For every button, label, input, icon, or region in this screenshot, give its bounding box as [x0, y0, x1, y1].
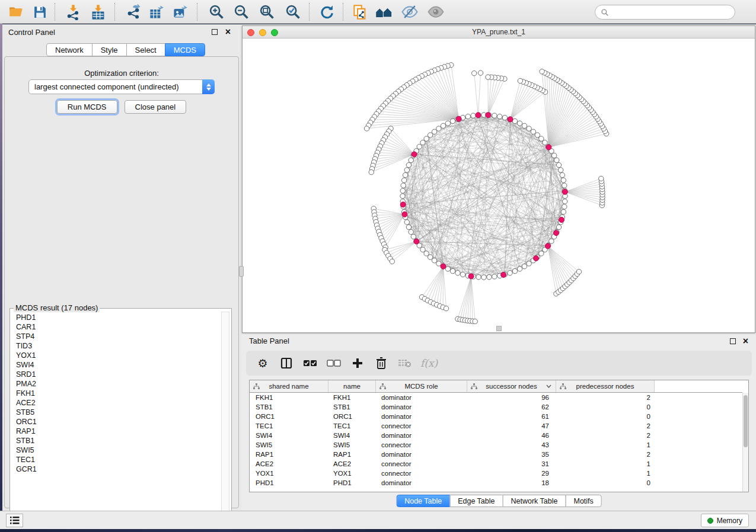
- table-cell: 18: [467, 478, 556, 488]
- eye-slash-icon: [401, 3, 419, 21]
- zoom-fit-button[interactable]: [256, 2, 278, 22]
- tab-motifs[interactable]: Motifs: [565, 495, 601, 507]
- table-row[interactable]: RAP1RAP1dominator352: [250, 450, 742, 459]
- mcds-result-item[interactable]: YOX1: [11, 351, 221, 360]
- table-toolbar: ⚙ f(x): [246, 351, 752, 376]
- network-graph[interactable]: [243, 39, 755, 332]
- tab-mcds[interactable]: MCDS: [165, 43, 205, 56]
- network-canvas[interactable]: [243, 39, 755, 332]
- tab-edge-table[interactable]: Edge Table: [449, 495, 503, 507]
- open-file-button[interactable]: [5, 2, 27, 22]
- vertical-splitter-grip[interactable]: [239, 266, 244, 277]
- table-cell: FKH1: [250, 393, 328, 402]
- main-toolbar: [0, 0, 756, 24]
- refresh-icon: [318, 4, 335, 20]
- close-panel-icon[interactable]: ×: [225, 26, 231, 38]
- mcds-result-item[interactable]: ORC1: [11, 417, 221, 427]
- mcds-result-item[interactable]: SWI4: [11, 360, 221, 370]
- table-row[interactable]: YOX1YOX1connector291: [250, 469, 742, 478]
- eye-icon: [427, 3, 445, 21]
- node-table: shared name name MCDS role successor nod…: [249, 380, 749, 492]
- mcds-result-item[interactable]: CAR1: [11, 322, 221, 332]
- export-image-button[interactable]: [168, 2, 191, 22]
- table-settings-button[interactable]: ⚙: [252, 353, 273, 373]
- close-panel-button[interactable]: Close panel: [125, 100, 187, 114]
- mcds-result-item[interactable]: SWI5: [11, 446, 221, 455]
- mcds-result-item[interactable]: GCR1: [11, 464, 221, 474]
- delete-column-button[interactable]: [371, 353, 392, 373]
- hierarchy-icon: [379, 383, 386, 390]
- run-mcds-button[interactable]: Run MCDS: [57, 100, 117, 114]
- mcds-result-item[interactable]: PMA2: [11, 379, 221, 389]
- search-box[interactable]: [595, 5, 735, 20]
- table-panel: Table Panel × ⚙: [242, 334, 756, 511]
- save-icon: [33, 5, 47, 20]
- tab-style[interactable]: Style: [92, 43, 127, 56]
- hide-selected-button[interactable]: [398, 2, 421, 22]
- tab-select[interactable]: Select: [126, 43, 165, 56]
- column-header-predecessor-nodes[interactable]: predecessor nodes: [556, 380, 655, 392]
- float-panel-icon[interactable]: [212, 29, 218, 35]
- mcds-result-item[interactable]: TEC1: [11, 455, 221, 464]
- show-columns-button[interactable]: [276, 353, 297, 373]
- network-window-titlebar[interactable]: YPA_prune.txt_1: [243, 26, 755, 39]
- criterion-dropdown[interactable]: largest connected component (undirected): [28, 79, 215, 94]
- zoom-out-button[interactable]: [230, 2, 253, 22]
- export-table-button[interactable]: [145, 2, 167, 22]
- table-row[interactable]: ACE2ACE2connector311: [250, 459, 742, 469]
- hierarchy-icon: [560, 383, 566, 390]
- first-neighbors-button[interactable]: [372, 2, 395, 22]
- mcds-result-item[interactable]: STB5: [11, 408, 221, 417]
- duplicate-network-button[interactable]: [349, 2, 371, 22]
- table-row[interactable]: TEC1TEC1connector472: [250, 421, 742, 431]
- refresh-layout-button[interactable]: [315, 2, 338, 22]
- mcds-result-scrollbar[interactable]: [221, 312, 229, 521]
- tab-node-table[interactable]: Node Table: [396, 495, 450, 507]
- close-panel-icon[interactable]: ×: [743, 335, 748, 347]
- tab-network-table[interactable]: Network Table: [503, 495, 566, 507]
- mcds-result-item[interactable]: STB1: [11, 436, 221, 446]
- horizontal-splitter-grip[interactable]: [496, 326, 502, 331]
- column-header-name[interactable]: name: [328, 380, 376, 392]
- mcds-result-item[interactable]: STP4: [11, 332, 221, 341]
- network-window-title: YPA_prune.txt_1: [243, 28, 755, 36]
- float-panel-icon[interactable]: [730, 338, 736, 344]
- mcds-result-item[interactable]: RAP1: [11, 427, 221, 436]
- select-all-columns-button[interactable]: [299, 353, 321, 373]
- table-row[interactable]: PHD1PHD1dominator180: [250, 478, 742, 488]
- unselect-all-columns-button[interactable]: [323, 353, 344, 373]
- mcds-result-list[interactable]: PHD1CAR1STP4TID3YOX1SWI4SRD1PMA2FKH1ACE2…: [11, 313, 221, 520]
- status-bar: Memory: [0, 511, 756, 529]
- import-network-icon: [65, 4, 81, 20]
- table-row[interactable]: SWI4SWI4dominator462: [250, 431, 742, 440]
- show-all-button[interactable]: [425, 2, 447, 22]
- table-cell: connector: [376, 469, 467, 478]
- table-row[interactable]: ORC1ORC1dominator610: [250, 412, 742, 421]
- column-header-shared-name[interactable]: shared name: [250, 380, 328, 392]
- table-row[interactable]: SWI5SWI5connector431: [250, 440, 742, 450]
- table-scrollbar-thumb[interactable]: [744, 395, 748, 447]
- save-session-button[interactable]: [28, 2, 51, 22]
- import-table-button[interactable]: [87, 2, 109, 22]
- column-header-mcds-role[interactable]: MCDS role: [376, 380, 467, 392]
- zoom-in-button[interactable]: [205, 2, 228, 22]
- mcds-result-item[interactable]: SRD1: [11, 370, 221, 379]
- zoom-selected-button[interactable]: [282, 2, 304, 22]
- table-row[interactable]: STB1STB1dominator620: [250, 402, 742, 412]
- import-network-button[interactable]: [62, 2, 84, 22]
- memory-button[interactable]: Memory: [701, 514, 749, 527]
- search-input[interactable]: [609, 7, 735, 18]
- mcds-result-item[interactable]: PHD1: [11, 313, 221, 322]
- mcds-result-item[interactable]: TID3: [11, 341, 221, 351]
- create-column-button[interactable]: [347, 353, 368, 373]
- zoom-fit-icon: [259, 4, 275, 20]
- column-header-successor-nodes[interactable]: successor nodes: [467, 380, 556, 392]
- table-scrollbar[interactable]: [742, 393, 748, 492]
- network-view-window: YPA_prune.txt_1: [242, 25, 755, 333]
- mcds-result-item[interactable]: FKH1: [11, 389, 221, 398]
- export-network-button[interactable]: [122, 2, 145, 22]
- task-history-button[interactable]: [6, 514, 23, 527]
- tab-network[interactable]: Network: [46, 43, 92, 56]
- table-row[interactable]: FKH1FKH1dominator962: [250, 393, 742, 402]
- mcds-result-item[interactable]: ACE2: [11, 398, 221, 408]
